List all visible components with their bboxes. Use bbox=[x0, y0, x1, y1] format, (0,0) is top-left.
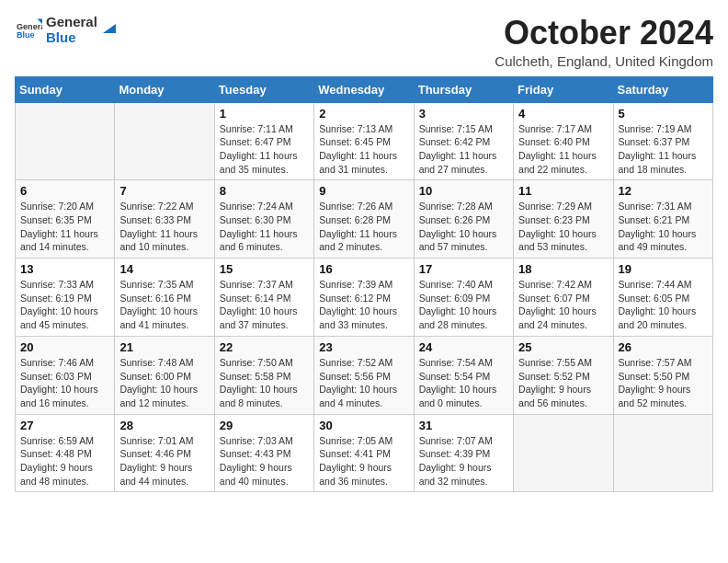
day-number: 20 bbox=[20, 340, 109, 354]
day-info: Sunrise: 7:37 AMSunset: 6:14 PMDaylight:… bbox=[220, 278, 309, 332]
svg-text:General: General bbox=[17, 21, 42, 30]
header-wednesday: Wednesday bbox=[314, 76, 414, 102]
calendar-cell-w2-d3: 8Sunrise: 7:24 AMSunset: 6:30 PMDaylight… bbox=[214, 180, 313, 259]
day-number: 8 bbox=[220, 184, 309, 198]
calendar-cell-w2-d4: 9Sunrise: 7:26 AMSunset: 6:28 PMDaylight… bbox=[314, 180, 414, 259]
day-number: 21 bbox=[119, 340, 209, 354]
calendar-cell-w3-d7: 19Sunrise: 7:44 AMSunset: 6:05 PMDayligh… bbox=[613, 259, 712, 337]
day-info: Sunrise: 7:29 AMSunset: 6:23 PMDaylight:… bbox=[518, 200, 608, 254]
day-info: Sunrise: 7:17 AMSunset: 6:40 PMDaylight:… bbox=[518, 122, 608, 177]
day-info: Sunrise: 7:42 AMSunset: 6:07 PMDaylight:… bbox=[518, 278, 608, 332]
day-number: 27 bbox=[20, 419, 109, 432]
day-info: Sunrise: 7:01 AMSunset: 4:46 PMDaylight:… bbox=[119, 434, 209, 488]
logo-arrow-icon bbox=[99, 17, 119, 37]
calendar-cell-w3-d6: 18Sunrise: 7:42 AMSunset: 6:07 PMDayligh… bbox=[514, 259, 613, 337]
day-number: 10 bbox=[419, 184, 508, 198]
day-info: Sunrise: 7:57 AMSunset: 5:50 PMDaylight:… bbox=[619, 356, 708, 410]
logo-blue-text: Blue bbox=[46, 30, 97, 46]
day-info: Sunrise: 7:11 AMSunset: 6:47 PMDaylight:… bbox=[220, 122, 309, 177]
day-number: 29 bbox=[220, 419, 309, 432]
day-info: Sunrise: 7:22 AMSunset: 6:33 PMDaylight:… bbox=[119, 200, 209, 254]
day-number: 7 bbox=[119, 184, 209, 198]
calendar-cell-w3-d1: 13Sunrise: 7:33 AMSunset: 6:19 PMDayligh… bbox=[16, 259, 115, 337]
calendar-header-row: Sunday Monday Tuesday Wednesday Thursday… bbox=[16, 76, 713, 102]
day-info: Sunrise: 7:07 AMSunset: 4:39 PMDaylight:… bbox=[419, 434, 508, 488]
day-number: 19 bbox=[619, 262, 708, 276]
day-number: 18 bbox=[518, 262, 608, 276]
calendar-cell-w1-d2 bbox=[115, 102, 214, 180]
calendar-cell-w1-d6: 4Sunrise: 7:17 AMSunset: 6:40 PMDaylight… bbox=[514, 102, 613, 180]
day-info: Sunrise: 7:44 AMSunset: 6:05 PMDaylight:… bbox=[619, 278, 708, 332]
day-number: 9 bbox=[319, 184, 408, 198]
calendar-cell-w3-d2: 14Sunrise: 7:35 AMSunset: 6:16 PMDayligh… bbox=[115, 259, 214, 337]
day-info: Sunrise: 7:55 AMSunset: 5:52 PMDaylight:… bbox=[518, 356, 608, 410]
header-saturday: Saturday bbox=[613, 76, 712, 102]
calendar-cell-w5-d5: 31Sunrise: 7:07 AMSunset: 4:39 PMDayligh… bbox=[414, 414, 513, 492]
calendar-cell-w2-d1: 6Sunrise: 7:20 AMSunset: 6:35 PMDaylight… bbox=[16, 180, 115, 259]
logo: General Blue General Blue bbox=[15, 15, 119, 45]
header-thursday: Thursday bbox=[414, 76, 513, 102]
day-info: Sunrise: 7:13 AMSunset: 6:45 PMDaylight:… bbox=[319, 122, 408, 177]
calendar-week-5: 27Sunrise: 6:59 AMSunset: 4:48 PMDayligh… bbox=[16, 414, 713, 492]
calendar-cell-w3-d4: 16Sunrise: 7:39 AMSunset: 6:12 PMDayligh… bbox=[314, 259, 414, 337]
calendar-cell-w5-d4: 30Sunrise: 7:05 AMSunset: 4:41 PMDayligh… bbox=[314, 414, 414, 492]
day-number: 22 bbox=[220, 340, 309, 354]
calendar-cell-w2-d5: 10Sunrise: 7:28 AMSunset: 6:26 PMDayligh… bbox=[414, 180, 513, 259]
day-number: 13 bbox=[20, 262, 109, 276]
day-info: Sunrise: 7:50 AMSunset: 5:58 PMDaylight:… bbox=[220, 356, 309, 410]
calendar-cell-w5-d7 bbox=[613, 414, 712, 492]
day-info: Sunrise: 7:31 AMSunset: 6:21 PMDaylight:… bbox=[619, 200, 708, 254]
page-header: General Blue General Blue October 2024 C… bbox=[15, 15, 713, 69]
header-sunday: Sunday bbox=[16, 76, 115, 102]
day-number: 15 bbox=[220, 262, 309, 276]
month-title: October 2024 bbox=[495, 15, 713, 52]
calendar-cell-w3-d3: 15Sunrise: 7:37 AMSunset: 6:14 PMDayligh… bbox=[214, 259, 313, 337]
day-number: 31 bbox=[419, 419, 508, 432]
calendar-week-4: 20Sunrise: 7:46 AMSunset: 6:03 PMDayligh… bbox=[16, 336, 713, 414]
calendar-cell-w1-d4: 2Sunrise: 7:13 AMSunset: 6:45 PMDaylight… bbox=[314, 102, 414, 180]
day-info: Sunrise: 7:54 AMSunset: 5:54 PMDaylight:… bbox=[419, 356, 508, 410]
svg-marker-3 bbox=[103, 24, 116, 33]
day-number: 4 bbox=[518, 107, 608, 121]
calendar-cell-w5-d6 bbox=[514, 414, 613, 492]
day-number: 3 bbox=[419, 107, 508, 121]
day-info: Sunrise: 7:28 AMSunset: 6:26 PMDaylight:… bbox=[419, 200, 508, 254]
day-number: 23 bbox=[319, 340, 408, 354]
logo-icon: General Blue bbox=[17, 17, 42, 43]
calendar-cell-w4-d5: 24Sunrise: 7:54 AMSunset: 5:54 PMDayligh… bbox=[414, 336, 513, 414]
calendar-cell-w3-d5: 17Sunrise: 7:40 AMSunset: 6:09 PMDayligh… bbox=[414, 259, 513, 337]
day-number: 6 bbox=[20, 184, 109, 198]
day-number: 26 bbox=[619, 340, 708, 354]
svg-text:Blue: Blue bbox=[17, 30, 35, 40]
calendar-cell-w1-d3: 1Sunrise: 7:11 AMSunset: 6:47 PMDaylight… bbox=[214, 102, 313, 180]
day-number: 30 bbox=[319, 419, 408, 432]
calendar-cell-w5-d3: 29Sunrise: 7:03 AMSunset: 4:43 PMDayligh… bbox=[214, 414, 313, 492]
day-info: Sunrise: 7:26 AMSunset: 6:28 PMDaylight:… bbox=[319, 200, 408, 254]
calendar-cell-w1-d7: 5Sunrise: 7:19 AMSunset: 6:37 PMDaylight… bbox=[613, 102, 712, 180]
header-monday: Monday bbox=[115, 76, 214, 102]
calendar-cell-w4-d6: 25Sunrise: 7:55 AMSunset: 5:52 PMDayligh… bbox=[514, 336, 613, 414]
day-info: Sunrise: 7:05 AMSunset: 4:41 PMDaylight:… bbox=[319, 434, 408, 488]
calendar-cell-w2-d7: 12Sunrise: 7:31 AMSunset: 6:21 PMDayligh… bbox=[613, 180, 712, 259]
calendar-cell-w2-d6: 11Sunrise: 7:29 AMSunset: 6:23 PMDayligh… bbox=[514, 180, 613, 259]
day-info: Sunrise: 7:33 AMSunset: 6:19 PMDaylight:… bbox=[20, 278, 109, 332]
day-number: 2 bbox=[319, 107, 408, 121]
calendar-cell-w1-d5: 3Sunrise: 7:15 AMSunset: 6:42 PMDaylight… bbox=[414, 102, 513, 180]
calendar-cell-w4-d4: 23Sunrise: 7:52 AMSunset: 5:56 PMDayligh… bbox=[314, 336, 414, 414]
day-number: 25 bbox=[518, 340, 608, 354]
day-info: Sunrise: 7:39 AMSunset: 6:12 PMDaylight:… bbox=[319, 278, 408, 332]
day-info: Sunrise: 7:19 AMSunset: 6:37 PMDaylight:… bbox=[619, 122, 708, 177]
calendar-cell-w4-d2: 21Sunrise: 7:48 AMSunset: 6:00 PMDayligh… bbox=[115, 336, 214, 414]
calendar-table: Sunday Monday Tuesday Wednesday Thursday… bbox=[15, 76, 713, 493]
title-block: October 2024 Culcheth, England, United K… bbox=[495, 15, 713, 69]
header-tuesday: Tuesday bbox=[214, 76, 313, 102]
day-number: 28 bbox=[119, 419, 209, 432]
day-number: 12 bbox=[619, 184, 708, 198]
day-info: Sunrise: 7:35 AMSunset: 6:16 PMDaylight:… bbox=[119, 278, 209, 332]
calendar-cell-w5-d1: 27Sunrise: 6:59 AMSunset: 4:48 PMDayligh… bbox=[16, 414, 115, 492]
calendar-cell-w4-d7: 26Sunrise: 7:57 AMSunset: 5:50 PMDayligh… bbox=[613, 336, 712, 414]
calendar-cell-w4-d1: 20Sunrise: 7:46 AMSunset: 6:03 PMDayligh… bbox=[16, 336, 115, 414]
day-number: 11 bbox=[518, 184, 608, 198]
day-info: Sunrise: 7:46 AMSunset: 6:03 PMDaylight:… bbox=[20, 356, 109, 410]
calendar-week-2: 6Sunrise: 7:20 AMSunset: 6:35 PMDaylight… bbox=[16, 180, 713, 259]
